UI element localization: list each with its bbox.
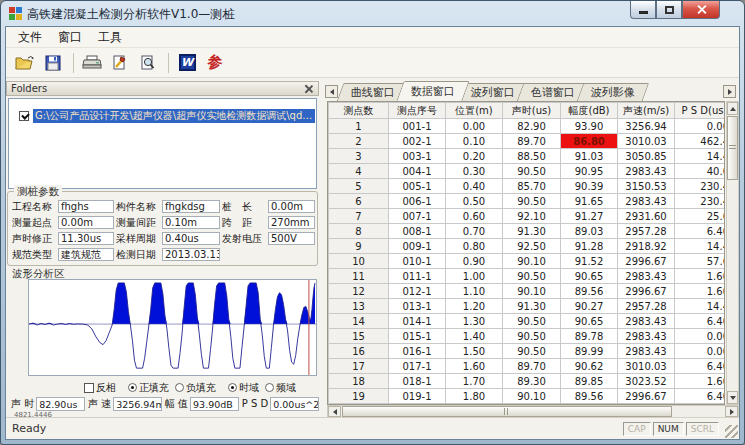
table-cell[interactable]: 14.4 [675,239,726,254]
parameters-button[interactable]: 参 [202,51,228,75]
table-cell[interactable]: 2996.67 [618,254,675,269]
table-cell[interactable]: 90.65 [561,314,618,329]
table-cell[interactable]: 3010.03 [618,359,675,374]
table-cell[interactable]: 006-1 [389,194,446,209]
table-cell[interactable]: 85.70 [503,179,561,194]
scroll-down-button[interactable] [727,391,738,404]
table-row[interactable]: 19019-11.8090.1089.562996.676.40 [329,389,726,404]
table-cell[interactable]: 2983.43 [618,314,675,329]
table-cell[interactable]: 90.50 [503,194,561,209]
table-cell[interactable]: 82.90 [503,119,561,134]
table-cell[interactable]: 2996.67 [618,284,675,299]
param-value[interactable]: 270mm [268,216,315,229]
table-cell[interactable]: 19 [329,389,389,404]
table-row[interactable]: 18018-11.7089.3089.853023.521.60 [329,374,726,389]
panel-close-icon[interactable] [304,84,314,94]
table-cell[interactable]: 89.03 [561,224,618,239]
column-header[interactable]: 测点序号 [389,103,446,119]
freq-domain-radio[interactable] [265,383,274,392]
table-cell[interactable]: 91.30 [503,224,561,239]
table-cell[interactable]: 17 [329,359,389,374]
param-value[interactable]: fhgkdsg [162,200,220,213]
table-cell[interactable]: 91.30 [503,299,561,314]
table-cell[interactable]: 015-1 [389,329,446,344]
table-cell[interactable]: 0.10 [446,134,503,149]
table-cell[interactable]: 92.50 [503,239,561,254]
table-cell[interactable]: 92.10 [503,209,561,224]
column-header[interactable]: 声速(m/s) [618,103,675,119]
table-cell[interactable]: 14.4 [675,299,726,314]
table-cell[interactable]: 90.50 [503,269,561,284]
table-row[interactable]: 16016-11.5090.5089.992983.430.00 [329,344,726,359]
table-cell[interactable]: 0.60 [446,209,503,224]
invert-checkbox[interactable] [84,383,94,393]
table-cell[interactable]: 003-1 [389,149,446,164]
param-value[interactable]: 0.00m [268,200,315,213]
tab-scroll-right-button[interactable] [723,85,736,98]
table-cell[interactable]: 14 [329,314,389,329]
table-row[interactable]: 13013-11.2091.3090.272957.2814.4 [329,299,726,314]
table-cell[interactable]: 90.62 [561,359,618,374]
table-cell[interactable]: 90.95 [561,164,618,179]
table-cell[interactable]: 3150.53 [618,179,675,194]
table-row[interactable]: 2002-10.1089.7086.803010.03462.4 [329,134,726,149]
table-cell[interactable]: 0.00 [675,329,726,344]
table-cell[interactable]: 004-1 [389,164,446,179]
table-cell[interactable]: 15 [329,329,389,344]
vertical-scrollbar[interactable] [726,101,739,405]
table-cell[interactable]: 90.10 [503,389,561,404]
tab-数据窗口[interactable]: 数据窗口 [396,81,469,101]
table-cell[interactable]: 6 [329,194,389,209]
table-cell[interactable]: 1.00 [446,269,503,284]
table-row[interactable]: 11011-11.0090.5090.652983.431.60 [329,269,726,284]
page-setup-button[interactable] [107,51,133,75]
table-cell[interactable]: 0.30 [446,164,503,179]
table-row[interactable]: 5005-10.4085.7090.393150.53230.4 [329,179,726,194]
table-row[interactable]: 10010-10.9090.1091.522996.6757.6 [329,254,726,269]
table-cell[interactable]: 91.27 [561,209,618,224]
param-value[interactable]: 2013.03.13 [162,248,220,261]
table-cell[interactable]: 007-1 [389,209,446,224]
readout-value[interactable]: 93.90dB [190,397,239,411]
param-value[interactable]: 0.00m [58,216,114,229]
table-cell[interactable]: 89.78 [561,329,618,344]
table-cell[interactable]: 1 [329,119,389,134]
table-row[interactable]: 1001-10.0082.9093.903256.940.00 [329,119,726,134]
table-cell[interactable]: 90.39 [561,179,618,194]
title-bar[interactable]: 高铁建混凝土检测分析软件V1.0—测桩 [1,1,744,26]
table-cell[interactable]: 90.50 [503,329,561,344]
negative-fill-radio[interactable] [175,383,184,392]
table-cell[interactable]: 2983.43 [618,269,675,284]
table-cell[interactable]: 002-1 [389,134,446,149]
table-cell[interactable]: 008-1 [389,224,446,239]
table-cell[interactable]: 91.52 [561,254,618,269]
tab-波列影像[interactable]: 波列影像 [577,83,650,101]
table-cell[interactable]: 8 [329,224,389,239]
table-cell[interactable]: 1.30 [446,314,503,329]
param-value[interactable]: 建筑规范 [58,248,114,261]
table-cell[interactable]: 90.65 [561,269,618,284]
table-cell[interactable]: 2983.43 [618,194,675,209]
positive-fill-radio[interactable] [128,383,137,392]
resize-grip[interactable] [725,425,738,438]
param-value[interactable]: 0.10m [162,216,220,229]
table-cell[interactable]: 0.80 [446,239,503,254]
table-cell[interactable]: 013-1 [389,299,446,314]
table-cell[interactable]: 90.27 [561,299,618,314]
table-cell[interactable]: 0.00 [446,119,503,134]
tab-scroll-left-button[interactable] [325,85,338,98]
table-cell[interactable]: 91.28 [561,239,618,254]
table-cell[interactable]: 5 [329,179,389,194]
table-cell[interactable]: 89.99 [561,344,618,359]
menu-item-窗口[interactable]: 窗口 [50,27,90,48]
table-cell[interactable]: 86.80 [561,134,618,149]
table-cell[interactable]: 2996.67 [618,389,675,404]
table-row[interactable]: 17017-11.6089.7090.623010.036.40 [329,359,726,374]
table-cell[interactable]: 0.70 [446,224,503,239]
table-cell[interactable]: 6.40 [675,224,726,239]
table-cell[interactable]: 0.00 [675,344,726,359]
table-cell[interactable]: 89.30 [503,374,561,389]
table-row[interactable]: 3003-10.2088.5091.033050.8514.4 [329,149,726,164]
table-row[interactable]: 14014-11.3090.5090.652983.436.40 [329,314,726,329]
table-cell[interactable]: 018-1 [389,374,446,389]
